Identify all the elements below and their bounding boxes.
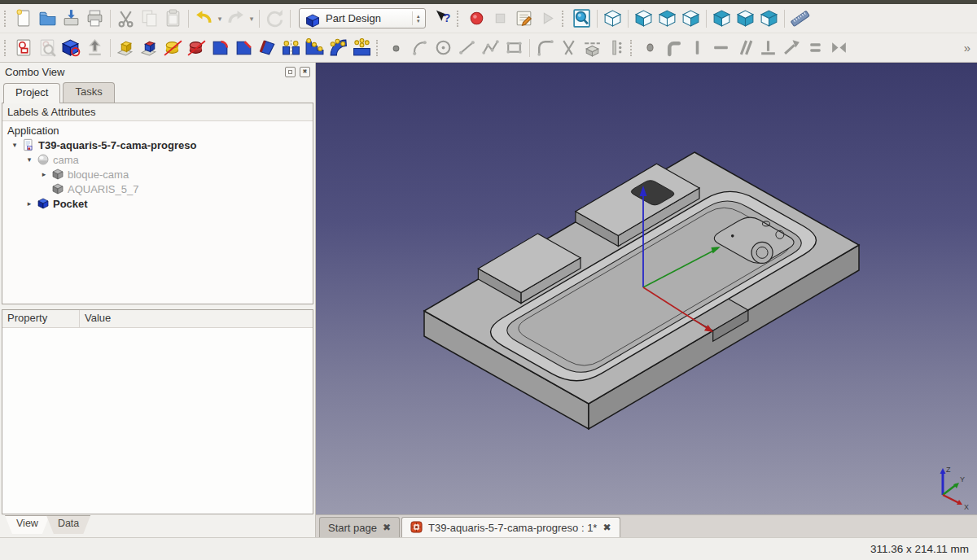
copy-icon[interactable] xyxy=(138,7,161,30)
3d-viewport[interactable]: Z Y X xyxy=(316,63,977,514)
close-tab-icon[interactable]: ✖ xyxy=(602,522,611,533)
map-sketch-icon[interactable] xyxy=(59,36,83,59)
tab-data[interactable]: Data xyxy=(46,515,90,534)
constraint-horizontal-icon[interactable] xyxy=(709,36,733,59)
new-sketch-icon[interactable] xyxy=(12,36,36,59)
sketcher-fillet-icon[interactable] xyxy=(533,36,557,59)
fillet-icon[interactable] xyxy=(208,36,232,59)
sketcher-construction-mode-icon[interactable] xyxy=(604,36,628,59)
toolbar-separator xyxy=(110,39,111,57)
multitransform-icon[interactable] xyxy=(350,36,374,59)
print-icon[interactable] xyxy=(83,7,107,30)
groove-icon[interactable] xyxy=(185,36,208,59)
pad-icon[interactable] xyxy=(114,36,138,59)
view-left-icon[interactable] xyxy=(757,7,781,30)
view-axonometric-icon[interactable] xyxy=(601,7,624,30)
property-column-header: Property xyxy=(2,310,80,327)
draft-icon[interactable] xyxy=(256,36,279,59)
expand-open-icon[interactable]: ▾ xyxy=(25,155,33,164)
constraint-perpendicular-icon[interactable] xyxy=(756,36,780,59)
macro-edit-icon[interactable] xyxy=(512,7,536,30)
tab-tasks[interactable]: Tasks xyxy=(63,82,114,103)
fit-all-icon[interactable] xyxy=(570,7,594,30)
tab-project[interactable]: Project xyxy=(3,83,60,103)
macro-record-icon[interactable] xyxy=(465,7,488,30)
sketcher-polyline-icon[interactable] xyxy=(479,36,502,59)
macro-play-icon[interactable] xyxy=(536,7,559,30)
panel-close-icon[interactable]: ✖ xyxy=(300,67,310,77)
leave-sketch-icon[interactable] xyxy=(83,36,107,59)
toolbar-overflow-chevron[interactable]: » xyxy=(964,41,970,55)
tab-start-page[interactable]: Start page ✖ xyxy=(319,517,400,537)
tab-view[interactable]: View xyxy=(5,515,50,534)
toolbar-drag-handle[interactable] xyxy=(4,11,10,27)
view-rear-icon[interactable] xyxy=(710,7,734,30)
panel-float-icon[interactable] xyxy=(285,67,296,77)
revolution-icon[interactable] xyxy=(161,36,185,59)
toolbar-drag-handle[interactable] xyxy=(376,40,382,56)
pocket-icon[interactable] xyxy=(138,36,161,59)
sketcher-line-icon[interactable] xyxy=(455,36,479,59)
constraint-equal-icon[interactable] xyxy=(804,36,827,59)
paste-icon[interactable] xyxy=(161,7,185,30)
cad-model[interactable] xyxy=(316,64,975,514)
constraint-symmetric-icon[interactable] xyxy=(827,36,851,59)
mirrored-icon[interactable] xyxy=(279,36,303,59)
chamfer-icon[interactable] xyxy=(232,36,256,59)
view-right-icon[interactable] xyxy=(679,7,703,30)
toolbar-separator xyxy=(784,10,785,28)
measure-icon[interactable] xyxy=(788,7,812,30)
expand-closed-icon[interactable]: ▸ xyxy=(40,170,48,178)
expand-closed-icon[interactable]: ▸ xyxy=(25,199,33,208)
gray-solid-icon xyxy=(51,168,64,181)
constraint-parallel-icon[interactable] xyxy=(733,36,756,59)
tree-item-bloque-cama[interactable]: ▸ bloque-cama xyxy=(2,167,313,182)
view-sketch-icon[interactable] xyxy=(36,36,59,59)
toolbar-drag-handle[interactable] xyxy=(630,40,636,56)
toolbar-drag-handle[interactable] xyxy=(4,40,10,56)
constraint-coincident-icon[interactable] xyxy=(638,36,662,59)
undo-icon[interactable] xyxy=(192,7,216,30)
combo-spinner-icon[interactable]: ▴▾ xyxy=(412,11,420,25)
value-column-header: Value xyxy=(80,310,313,327)
view-bottom-icon[interactable] xyxy=(734,7,757,30)
constraint-vertical-icon[interactable] xyxy=(686,36,709,59)
workbench-selector[interactable]: Part Design▴▾ xyxy=(299,8,426,28)
tree-item-application[interactable]: Application xyxy=(2,123,313,138)
tree-item-document[interactable]: ▾ T39-aquaris-5-7-cama-progreso xyxy=(2,138,313,152)
toolbar-drag-handle[interactable] xyxy=(562,11,567,27)
refresh-icon[interactable] xyxy=(263,7,287,30)
cut-icon[interactable] xyxy=(114,7,138,30)
dimension-readout: 311.36 x 214.11 mm xyxy=(870,543,969,555)
close-tab-icon[interactable]: ✖ xyxy=(383,522,391,533)
new-file-icon[interactable] xyxy=(12,7,36,30)
view-front-icon[interactable] xyxy=(632,7,655,30)
open-file-icon[interactable] xyxy=(36,7,59,30)
linear-pattern-icon[interactable] xyxy=(303,36,326,59)
undo-dropdown-icon[interactable]: ▾ xyxy=(216,15,224,23)
sketcher-arc-icon[interactable] xyxy=(408,36,432,59)
constraint-tangent-icon[interactable] xyxy=(780,36,804,59)
tree-item-aquaris[interactable]: AQUARIS_5_7 xyxy=(2,182,313,196)
polar-pattern-icon[interactable] xyxy=(326,36,350,59)
tree-item-cama[interactable]: ▾ cama xyxy=(2,152,313,167)
sketcher-circle-icon[interactable] xyxy=(432,36,455,59)
constraint-point-on-object-icon[interactable] xyxy=(662,36,686,59)
sketcher-trim-icon[interactable] xyxy=(557,36,581,59)
sketcher-external-geometry-icon[interactable] xyxy=(581,36,604,59)
axis-y-label: Y xyxy=(960,475,965,483)
expand-open-icon[interactable]: ▾ xyxy=(11,141,19,149)
part-sphere-icon xyxy=(37,153,50,166)
sketcher-rectangle-icon[interactable] xyxy=(502,36,526,59)
sketcher-point-icon[interactable] xyxy=(384,36,408,59)
redo-dropdown-icon[interactable]: ▾ xyxy=(248,15,256,23)
tree-item-pocket[interactable]: ▸ Pocket xyxy=(2,196,313,211)
toolbar-separator xyxy=(290,10,291,28)
redo-icon[interactable] xyxy=(224,7,248,30)
toolbar-drag-handle[interactable] xyxy=(457,11,462,27)
whats-this-icon[interactable]: ? xyxy=(431,7,454,30)
view-top-icon[interactable] xyxy=(655,7,679,30)
tab-document-t39[interactable]: T39-aquaris-5-7-cama-progreso : 1* ✖ xyxy=(401,517,620,537)
save-icon[interactable] xyxy=(59,7,83,30)
macro-stop-icon[interactable] xyxy=(488,7,512,30)
